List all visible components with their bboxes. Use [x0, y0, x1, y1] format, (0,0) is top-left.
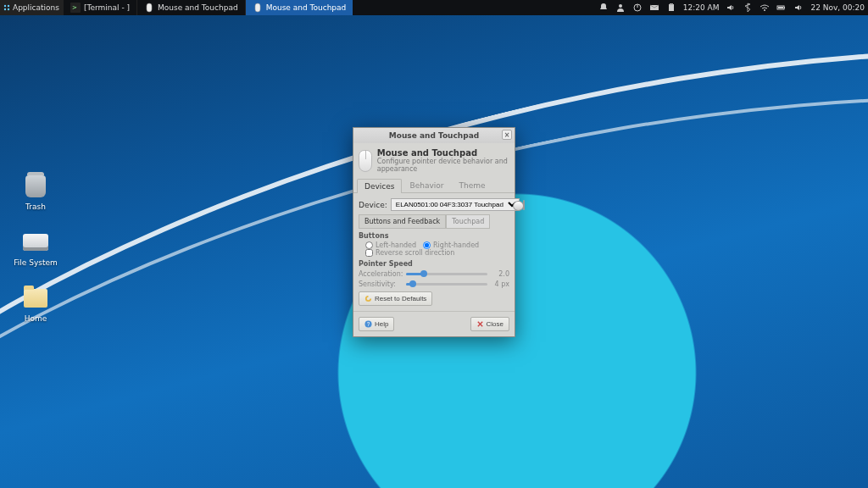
svg-rect-6 [147, 3, 152, 12]
device-label: Device: [359, 201, 387, 209]
reset-icon [364, 295, 372, 302]
svg-text:?: ? [367, 321, 370, 327]
svg-rect-7 [255, 3, 260, 12]
terminal-icon: > [70, 3, 81, 13]
notifications-icon[interactable] [595, 0, 612, 15]
mail-icon[interactable] [646, 0, 663, 15]
svg-rect-17 [778, 7, 783, 8]
radio-right-handed[interactable]: Right-handed [423, 241, 479, 249]
settings-window: Mouse and Touchpad × Mouse and Touchpad … [353, 127, 515, 337]
user-icon[interactable] [612, 0, 629, 15]
tab-theme[interactable]: Theme [451, 178, 492, 192]
close-button[interactable]: × [502, 130, 512, 140]
mouse-icon [359, 150, 372, 172]
help-button[interactable]: ? Help [359, 317, 394, 331]
svg-point-2 [4, 8, 6, 10]
device-select[interactable]: ELAN0501:00 04F3:3037 Touchpad [391, 198, 520, 211]
bluetooth-icon[interactable] [739, 0, 756, 15]
reset-defaults-button[interactable]: Reset to Defaults [359, 291, 432, 306]
acceleration-value: 2.0 [491, 270, 509, 278]
clock[interactable]: 12:20 AM [680, 0, 723, 15]
mouse-icon [144, 3, 154, 13]
volume-icon-1[interactable] [722, 0, 739, 15]
svg-point-8 [619, 4, 622, 8]
clock-text: 12:20 AM [683, 3, 720, 12]
task-label: Mouse and Touchpad [266, 3, 347, 12]
task-terminal[interactable]: > [Terminal - ] [63, 0, 136, 15]
top-panel: Applications > [Terminal - ] Mouse and T… [0, 0, 868, 15]
svg-rect-16 [784, 7, 785, 8]
applications-menu[interactable]: Applications [0, 0, 63, 15]
date-text: 22 Nov, 00:20 [810, 3, 865, 12]
radio-left-handed[interactable]: Left-handed [365, 241, 416, 249]
task-label: Mouse and Touchpad [158, 3, 238, 12]
drive-icon [23, 234, 48, 251]
desktop-icon-filesystem[interactable]: File System [14, 229, 58, 267]
help-icon: ? [364, 320, 372, 328]
sensitivity-value: 4 px [491, 280, 509, 288]
applications-label: Applications [13, 3, 59, 12]
sensitivity-label: Sensitivity: [359, 280, 403, 288]
pointer-group-title: Pointer Speed [359, 260, 509, 268]
window-titlebar[interactable]: Mouse and Touchpad × [353, 128, 515, 143]
trash-icon [25, 175, 46, 197]
volume-icon-2[interactable] [790, 0, 807, 15]
desktop-icon-label: Trash [14, 202, 58, 211]
sensitivity-slider[interactable] [406, 283, 487, 286]
buttons-group-title: Buttons [359, 232, 509, 240]
subtab-touchpad[interactable]: Touchpad [446, 214, 490, 229]
device-enable-toggle[interactable] [523, 200, 525, 210]
close-icon: × [504, 131, 510, 139]
svg-text:>: > [72, 4, 77, 11]
acceleration-slider[interactable] [406, 273, 487, 275]
desktop-icon-home[interactable]: Home [14, 285, 58, 323]
desktop-icon-label: Home [14, 314, 58, 323]
desktop-icon-label: File System [14, 258, 58, 267]
svg-point-1 [8, 5, 9, 7]
close-dialog-button[interactable]: Close [470, 317, 509, 331]
header-subtitle: Configure pointer device behavior and ap… [377, 158, 509, 173]
clipboard-icon[interactable] [663, 0, 680, 15]
mouse-icon [253, 3, 263, 13]
desktop-icon-trash[interactable]: Trash [14, 173, 58, 211]
close-icon [476, 320, 484, 328]
header-title: Mouse and Touchpad [377, 148, 509, 158]
svg-rect-13 [670, 3, 673, 5]
folder-icon [24, 289, 47, 308]
wifi-icon[interactable] [756, 0, 773, 15]
svg-point-0 [4, 5, 6, 7]
main-tabs: Devices Behavior Theme [353, 178, 515, 193]
power-icon[interactable] [629, 0, 646, 15]
tab-devices[interactable]: Devices [357, 179, 402, 193]
window-title: Mouse and Touchpad [389, 131, 479, 140]
subtab-buttons[interactable]: Buttons and Feedback [359, 214, 446, 229]
task-mouse-2-active[interactable]: Mouse and Touchpad [245, 0, 353, 15]
date[interactable]: 22 Nov, 00:20 [807, 0, 868, 15]
acceleration-label: Acceleration: [359, 270, 403, 278]
xfce-menu-icon [3, 4, 10, 11]
tab-behavior[interactable]: Behavior [402, 178, 451, 192]
check-reverse-scroll[interactable]: Reverse scroll direction [365, 249, 454, 257]
task-label: [Terminal - ] [84, 3, 130, 12]
dialog-header: Mouse and Touchpad Configure pointer dev… [353, 143, 515, 178]
task-mouse-1[interactable]: Mouse and Touchpad [136, 0, 245, 15]
svg-rect-12 [669, 4, 674, 11]
svg-point-14 [764, 9, 765, 11]
svg-point-3 [8, 8, 9, 10]
battery-icon[interactable] [773, 0, 790, 15]
